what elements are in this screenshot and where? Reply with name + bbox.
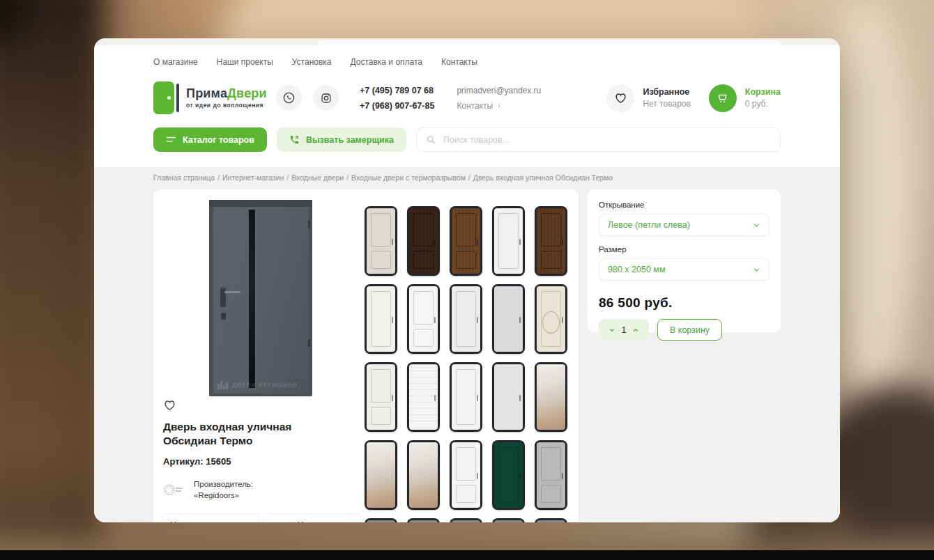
- gallery-thumbnail[interactable]: [450, 440, 482, 510]
- gallery-thumbnail[interactable]: [407, 284, 440, 354]
- add-to-cart-button[interactable]: В корзину: [657, 319, 722, 341]
- cart-widget[interactable]: Корзина 0 руб.: [709, 84, 781, 112]
- breadcrumb: Главная страница/Интернет-магазин/Входны…: [94, 167, 840, 182]
- gallery-thumbnail[interactable]: [535, 440, 567, 510]
- quantity-stepper: 1: [599, 319, 649, 341]
- page-content: Главная страница/Интернет-магазин/Входны…: [94, 167, 840, 522]
- breadcrumb-link[interactable]: Главная страница: [153, 173, 215, 182]
- breadcrumb-link[interactable]: Входные двери с терморазрывом: [351, 173, 466, 182]
- gallery-thumbnail[interactable]: [450, 284, 482, 354]
- whatsapp-button[interactable]: [276, 85, 302, 111]
- cart-label: Корзина: [745, 86, 781, 98]
- breadcrumb-link[interactable]: Интернет-магазин: [222, 173, 284, 182]
- spec-name: Материал: [162, 513, 259, 522]
- breadcrumb-separator: /: [468, 173, 470, 182]
- cart-icon: [716, 91, 729, 104]
- gallery-thumbnail[interactable]: [450, 362, 482, 432]
- sliders-icon: [166, 135, 176, 144]
- phone-link[interactable]: +7 (495) 789 07 68: [360, 83, 434, 98]
- gallery-thumbnail[interactable]: [407, 440, 440, 510]
- instagram-button[interactable]: [313, 85, 339, 111]
- gallery-thumbnail[interactable]: [365, 518, 397, 522]
- logo-tagline: от идеи до воплощения: [186, 102, 267, 109]
- opening-label: Открывание: [599, 201, 770, 209]
- gallery-thumbnail[interactable]: [365, 206, 397, 276]
- nav-link[interactable]: Контакты: [441, 57, 477, 67]
- site-window: О магазинеНаши проектыУстановкаДоставка …: [94, 38, 840, 522]
- heart-icon: [614, 91, 627, 104]
- favorites-circle: [606, 84, 634, 112]
- logo-door-icon: [153, 81, 179, 114]
- favorites-widget[interactable]: Избранное Нет товаров: [606, 84, 690, 112]
- gallery-thumbnail[interactable]: [407, 518, 440, 522]
- spec-value: Металлическая: [263, 513, 361, 522]
- nav-link[interactable]: О магазине: [153, 57, 198, 67]
- search-input[interactable]: [442, 134, 771, 146]
- header-phones: +7 (495) 789 07 68 +7 (968) 907-67-85: [360, 83, 434, 114]
- gallery-thumbnail[interactable]: [535, 362, 567, 432]
- size-select[interactable]: 980 x 2050 мм: [599, 258, 770, 281]
- nav-link[interactable]: Доставка и оплата: [351, 57, 423, 67]
- catalog-button[interactable]: Каталог товаров: [153, 127, 267, 152]
- phone-link[interactable]: +7 (968) 907-67-85: [360, 98, 434, 114]
- chevron-down-icon: [753, 266, 760, 274]
- gallery-thumbnail[interactable]: [535, 518, 567, 522]
- gallery-thumbnail[interactable]: [492, 362, 525, 432]
- favorites-label: Избранное: [643, 86, 690, 98]
- breadcrumb-current: Дверь входная уличная Обсидиан Термо: [473, 173, 613, 182]
- product-panel: ДВЕРИ РЕГИОНОВ Дверь входная уличная Обс…: [153, 189, 579, 522]
- gallery-thumbnails: [365, 206, 567, 522]
- email-link[interactable]: primadveri@yandex.ru: [457, 83, 541, 98]
- gallery-thumbnail[interactable]: [450, 518, 482, 522]
- cart-circle: [709, 84, 737, 112]
- quantity-decrease-button[interactable]: [608, 327, 615, 334]
- site-logo[interactable]: ПримаДвери от идеи до воплощения: [153, 81, 276, 114]
- manufacturer-logo: [163, 482, 184, 497]
- manufacturer-label: Производитель:: [194, 479, 253, 490]
- gallery-thumbnail[interactable]: [492, 440, 525, 510]
- chevron-down-icon: [608, 327, 615, 334]
- quantity-increase-button[interactable]: [632, 327, 639, 334]
- gallery-thumbnail[interactable]: [365, 284, 397, 354]
- product-main-image[interactable]: ДВЕРИ РЕГИОНОВ: [209, 200, 312, 396]
- size-label: Размер: [599, 245, 770, 254]
- chevron-down-icon: [753, 221, 760, 229]
- whatsapp-icon: [282, 91, 296, 104]
- gallery-thumbnail[interactable]: [492, 518, 525, 522]
- gallery-thumbnail[interactable]: [407, 206, 440, 276]
- search-icon: [426, 134, 436, 145]
- bg-door-frame: [0, 0, 105, 560]
- product-title: Дверь входная уличная Обсидиан Термо: [163, 420, 348, 448]
- nav-link[interactable]: Наши проекты: [217, 57, 273, 67]
- door-glass-strip: [249, 210, 255, 388]
- phone-call-icon: [289, 134, 300, 145]
- gallery-thumbnail[interactable]: [535, 284, 567, 354]
- contacts-link[interactable]: Контакты: [457, 98, 541, 114]
- gallery-thumbnail[interactable]: [492, 206, 525, 276]
- gallery-thumbnail[interactable]: [407, 362, 440, 432]
- manufacturer-row: Производитель: «Regidoors»: [163, 479, 253, 501]
- top-nav: О магазинеНаши проектыУстановкаДоставка …: [153, 38, 781, 67]
- chevron-right-icon: [496, 103, 502, 109]
- image-watermark: ДВЕРИ РЕГИОНОВ: [217, 381, 309, 389]
- header-contacts: primadveri@yandex.ru Контакты: [457, 83, 541, 114]
- search-box: [416, 127, 781, 152]
- call-measurer-button[interactable]: Вызвать замерщика: [277, 127, 406, 152]
- breadcrumb-link[interactable]: Входные двери: [291, 173, 344, 182]
- opening-select[interactable]: Левое (петли слева): [599, 214, 770, 236]
- heart-icon: [163, 398, 176, 412]
- gallery-thumbnail[interactable]: [365, 440, 397, 510]
- purchase-panel: Открывание Левое (петли слева) Размер 98…: [588, 189, 781, 332]
- breadcrumb-separator: /: [286, 173, 289, 182]
- add-to-favorites-button[interactable]: [163, 398, 176, 414]
- gallery-thumbnail[interactable]: [535, 206, 567, 276]
- gallery-thumbnail[interactable]: [365, 362, 397, 432]
- product-sku: Артикул: 15605: [163, 456, 231, 467]
- gallery-thumbnail[interactable]: [492, 284, 525, 354]
- logo-title: ПримаДвери: [186, 87, 267, 100]
- product-price: 86 500 руб.: [599, 295, 770, 311]
- gallery-thumbnail[interactable]: [450, 206, 482, 276]
- nav-link[interactable]: Установка: [292, 57, 332, 67]
- header-row: ПримаДвери от идеи до воплощения +7 (4: [153, 81, 781, 114]
- instagram-icon: [320, 92, 332, 104]
